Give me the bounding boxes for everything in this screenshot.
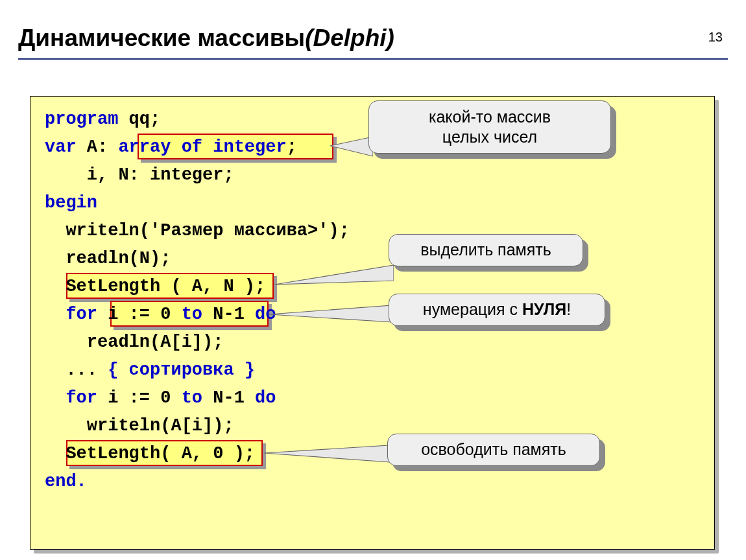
callout-text: нумерация с — [423, 300, 522, 318]
callout-free-memory: освободить память — [387, 434, 600, 466]
code-kw: { сортировка } — [108, 360, 255, 380]
code-text: qq; — [118, 110, 160, 129]
code-text: writeln( — [45, 221, 150, 240]
code-text — [45, 388, 66, 408]
code-kw: for — [66, 305, 97, 324]
svg-marker-0 — [330, 137, 373, 156]
code-text: N-1 — [202, 305, 255, 324]
callout-text: освободить память — [421, 439, 566, 460]
code-text: i := 0 — [97, 305, 182, 324]
code-text: A: — [77, 137, 119, 157]
code-text: ; — [287, 137, 297, 157]
code-kw: var — [45, 137, 77, 157]
callout-line: какой-то массив — [429, 108, 551, 126]
title-underline — [18, 58, 728, 60]
connector-icon — [265, 305, 392, 327]
svg-marker-1 — [274, 265, 394, 285]
code-text: SetLength( A, 0 ) — [45, 444, 245, 463]
callout-line: целых чисел — [442, 128, 537, 146]
code-text: SetLength ( A, N ) — [45, 277, 255, 296]
code-text: 'Размер массива>' — [150, 221, 328, 240]
code-text — [45, 305, 66, 324]
svg-marker-2 — [269, 305, 392, 322]
callout-array-of-integers: какой-то массив целых чисел — [368, 100, 611, 154]
code-kw: to — [182, 388, 202, 408]
title-main: Динамические массивы — [18, 25, 305, 51]
code-text: ... — [45, 360, 108, 380]
code-kw: array of integer — [118, 137, 286, 157]
code-kw: to — [182, 305, 202, 324]
code-text: N-1 — [202, 388, 255, 408]
code-kw: for — [66, 388, 97, 408]
connector-icon — [271, 265, 394, 291]
code-text: ); — [328, 221, 349, 240]
code-text: ; — [245, 444, 255, 463]
code-kw: end. — [45, 472, 87, 491]
code-text: readln(A[i]); — [45, 332, 223, 352]
page-title: Динамические массивы(Delphi) — [18, 25, 728, 52]
code-kw: program — [45, 110, 118, 129]
callout-bold: НУЛЯ — [522, 300, 566, 318]
code-kw: do — [255, 388, 276, 408]
page-number: 13 — [708, 30, 723, 45]
svg-marker-3 — [264, 445, 390, 462]
callout-allocate-memory: выделить память — [389, 234, 583, 266]
callout-text: выделить память — [420, 240, 551, 260]
connector-icon — [260, 445, 390, 469]
code-text: i, N: integer; — [45, 165, 234, 185]
code-kw: begin — [45, 193, 97, 213]
code-text: writeln(A[i]); — [45, 416, 234, 436]
code-text: ; — [255, 277, 265, 296]
code-text: readln(N); — [45, 249, 171, 268]
callout-zero-index: нумерация с НУЛЯ! — [389, 294, 605, 326]
connector-icon — [328, 134, 373, 160]
callout-text: ! — [566, 300, 571, 318]
title-paren: (Delphi) — [305, 25, 394, 51]
code-text: i := 0 — [97, 388, 182, 408]
code-block: program qq; var A: array of integer; i, … — [30, 96, 715, 550]
